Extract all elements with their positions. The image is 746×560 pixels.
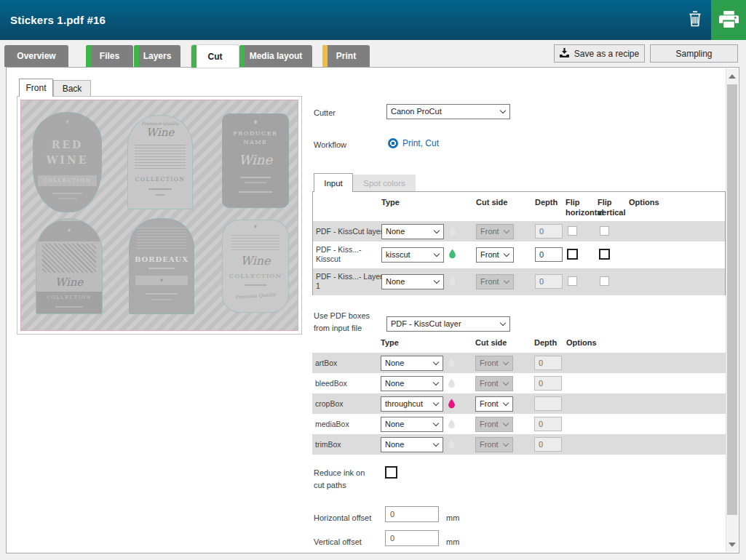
label-text: WINE bbox=[33, 154, 101, 166]
col-header-flip-horizontal: Flip bbox=[566, 198, 580, 207]
depth-input bbox=[535, 224, 563, 239]
button-label: Save as a recipe bbox=[574, 49, 639, 59]
box-name: trimBox bbox=[315, 440, 382, 449]
select-value: PDF - KissCut layer bbox=[387, 317, 509, 331]
titlebar-actions bbox=[679, 0, 746, 40]
status-bar-green bbox=[134, 45, 139, 67]
tab-files[interactable]: Files bbox=[86, 45, 133, 67]
type-select[interactable]: kisscut bbox=[381, 247, 444, 263]
tab-label: Input bbox=[324, 179, 343, 188]
label-crest: ♦ bbox=[223, 224, 288, 230]
type-select[interactable]: throughcut bbox=[381, 396, 443, 412]
tab-back[interactable]: Back bbox=[53, 80, 91, 97]
cut-side-select: Front bbox=[475, 376, 513, 391]
col-header-cut-side: Cut side bbox=[476, 198, 507, 207]
flip-vertical-checkbox[interactable] bbox=[599, 249, 610, 260]
content-panel: Front Back ♦ RED WINE COLLECTION Premium… bbox=[6, 67, 739, 553]
trash-icon bbox=[688, 10, 702, 30]
tab-label: Spot colors bbox=[363, 179, 405, 188]
type-select[interactable]: None bbox=[381, 376, 443, 391]
wine-label-vineyard: Premium Quality Wine COLLECTION bbox=[127, 115, 193, 209]
label-text: COLLECTION bbox=[223, 273, 288, 279]
col-header-type: Type bbox=[381, 198, 400, 207]
table-row: artBox None Front bbox=[312, 353, 726, 373]
scroll-down-arrow[interactable] bbox=[726, 538, 738, 551]
boxes-table-header: Type Cut side Depth Options bbox=[312, 335, 726, 353]
col-header-flip-vertical: Flip bbox=[598, 198, 612, 207]
scroll-up-arrow[interactable] bbox=[726, 70, 738, 82]
save-as-recipe-button[interactable]: Save as a recipe bbox=[554, 44, 645, 63]
vertical-offset-input[interactable] bbox=[385, 530, 439, 546]
label-text: COLLECTION bbox=[36, 295, 102, 300]
tab-label: Files bbox=[100, 51, 119, 61]
status-bar-green bbox=[86, 45, 91, 67]
flip-vertical-checkbox bbox=[600, 226, 609, 236]
tab-front[interactable]: Front bbox=[19, 79, 53, 97]
download-icon bbox=[560, 48, 569, 60]
sampling-button[interactable]: Sampling bbox=[650, 44, 738, 63]
tab-label: Cut bbox=[208, 52, 223, 62]
pdf-boxes-select[interactable]: PDF - KissCut layer bbox=[386, 316, 510, 332]
type-select[interactable]: None bbox=[381, 417, 443, 432]
status-bar-green bbox=[239, 45, 245, 67]
label-text: Wine bbox=[36, 276, 102, 289]
delete-job-button[interactable] bbox=[679, 0, 711, 40]
wine-label-collection: ♦ Wine COLLECTION Premium Quality bbox=[222, 220, 289, 313]
reduce-ink-checkbox[interactable] bbox=[385, 466, 397, 479]
depth-input[interactable] bbox=[535, 247, 563, 262]
depth-input bbox=[534, 437, 562, 452]
scrollbar-thumb[interactable] bbox=[727, 84, 737, 515]
tab-label: Layers bbox=[143, 51, 172, 61]
cut-layers-table: Type Cut side Depth Flip horizontal Flip… bbox=[312, 191, 726, 295]
reduce-ink-label: Reduce ink on cut paths bbox=[314, 467, 372, 491]
wine-label-producer: ♦ PRODUCER NAME Wine bbox=[222, 113, 289, 208]
vertical-scrollbar[interactable] bbox=[726, 68, 738, 552]
label-text: PRODUCER bbox=[223, 130, 288, 137]
cut-side-select[interactable]: Front bbox=[475, 396, 513, 412]
flip-vertical-checkbox bbox=[600, 276, 609, 286]
vineyard-illustration bbox=[135, 145, 186, 171]
flip-horizontal-checkbox[interactable] bbox=[567, 249, 578, 260]
workflow-radio-print-cut[interactable] bbox=[388, 138, 398, 148]
label-text: NAME bbox=[223, 139, 288, 145]
col-header-flip-vertical-sub: vertical bbox=[598, 208, 626, 217]
label-crest: ♦ bbox=[36, 228, 102, 233]
type-select[interactable]: None bbox=[381, 356, 443, 371]
droplet-icon bbox=[448, 439, 456, 452]
label-text: Wine bbox=[128, 126, 192, 139]
tab-cut[interactable]: Cut bbox=[191, 45, 239, 68]
tab-label: Front bbox=[25, 83, 46, 93]
tab-overview[interactable]: Overview bbox=[4, 45, 68, 67]
table-row: PDF - Kiss...- Kisscut kisscut Front bbox=[313, 241, 725, 268]
tab-spot-colors: Spot colors bbox=[353, 175, 416, 192]
label-text: COLLECTION bbox=[128, 176, 192, 183]
tab-label: Media layout bbox=[250, 51, 303, 61]
tab-input[interactable]: Input bbox=[314, 173, 353, 192]
droplet-icon bbox=[448, 358, 456, 371]
tab-print[interactable]: Print bbox=[322, 45, 370, 67]
cut-side-select[interactable]: Front bbox=[476, 247, 514, 263]
status-bar-green bbox=[191, 45, 197, 68]
col-header-options: Options bbox=[566, 338, 597, 347]
type-select[interactable]: None bbox=[381, 437, 443, 452]
type-select[interactable]: None bbox=[381, 274, 444, 289]
flip-horizontal-checkbox bbox=[568, 226, 577, 236]
pdf-boxes-label: Use PDF boxes from input file bbox=[314, 310, 381, 334]
horizontal-offset-unit: mm bbox=[446, 512, 459, 524]
type-select[interactable]: None bbox=[381, 224, 444, 239]
grapes-illustration bbox=[42, 244, 96, 273]
cutter-select[interactable]: Canon ProCut bbox=[386, 104, 510, 119]
box-name: bleedBox bbox=[315, 379, 382, 388]
wine-label-grapes: ♦ Wine COLLECTION bbox=[36, 218, 103, 314]
depth-input bbox=[534, 376, 562, 391]
horizontal-offset-input[interactable] bbox=[385, 506, 439, 522]
artwork-preview: ♦ RED WINE COLLECTION Premium Quality Wi… bbox=[17, 96, 302, 335]
tab-media-layout[interactable]: Media layout bbox=[239, 45, 312, 67]
tab-label: Print bbox=[336, 51, 356, 61]
label-text: Wine bbox=[223, 254, 288, 268]
col-header-cut-side: Cut side bbox=[475, 338, 507, 347]
tab-layers[interactable]: Layers bbox=[134, 45, 180, 67]
cut-side-select: Front bbox=[475, 356, 513, 371]
horizontal-offset-label: Horizontal offset bbox=[314, 512, 371, 524]
print-job-button[interactable] bbox=[711, 0, 746, 40]
